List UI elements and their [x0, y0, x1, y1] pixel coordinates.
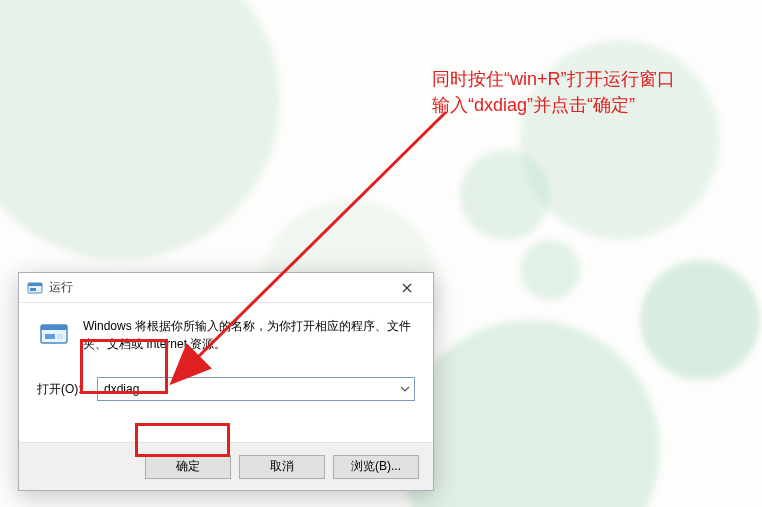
close-button[interactable] — [387, 274, 427, 302]
svg-rect-5 — [45, 334, 55, 339]
title-bar[interactable]: 运行 — [19, 273, 433, 303]
chevron-down-icon[interactable] — [396, 378, 414, 400]
dialog-body: Windows 将根据你所输入的名称，为你打开相应的程序、文件夹、文档或 Int… — [19, 303, 433, 401]
open-label: 打开(O): — [37, 381, 97, 398]
ok-button[interactable]: 确定 — [145, 455, 231, 479]
annotation-line-1: 同时按住“win+R”打开运行窗口 — [432, 66, 675, 92]
instruction-annotation: 同时按住“win+R”打开运行窗口 输入“dxdiag”并点击“确定” — [432, 66, 675, 118]
svg-rect-4 — [41, 325, 67, 330]
open-combobox[interactable] — [97, 377, 415, 401]
svg-rect-2 — [30, 288, 36, 291]
run-body-icon — [37, 317, 73, 353]
dialog-button-row: 确定 取消 浏览(B)... — [19, 442, 433, 490]
annotation-line-2: 输入“dxdiag”并点击“确定” — [432, 92, 675, 118]
open-input[interactable] — [98, 382, 396, 396]
run-title-icon — [27, 280, 43, 296]
dialog-title: 运行 — [49, 279, 387, 296]
cancel-button[interactable]: 取消 — [239, 455, 325, 479]
browse-button[interactable]: 浏览(B)... — [333, 455, 419, 479]
svg-rect-1 — [28, 283, 42, 286]
dialog-description: Windows 将根据你所输入的名称，为你打开相应的程序、文件夹、文档或 Int… — [83, 317, 415, 353]
svg-rect-6 — [57, 334, 63, 339]
run-dialog: 运行 Windows 将根据你所输入的名称，为你打开相应的程序、文件夹、文档或 … — [18, 272, 434, 491]
